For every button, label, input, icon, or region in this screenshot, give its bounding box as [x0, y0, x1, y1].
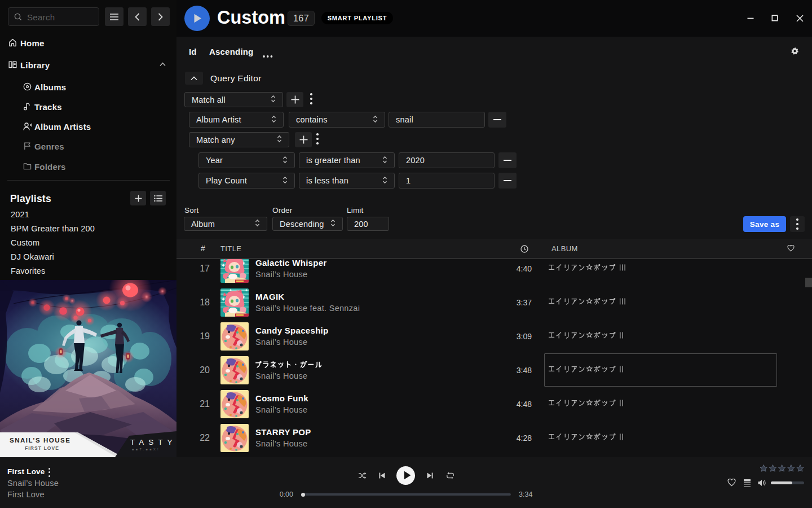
svg-text:FIRST LOVE: FIRST LOVE: [25, 445, 59, 451]
svg-text:■■T.■■X!: ■■T.■■X!: [132, 448, 160, 451]
svg-text:TASTY: TASTY: [130, 438, 176, 446]
svg-text:SNAIL’S HOUSE: SNAIL’S HOUSE: [10, 437, 70, 444]
